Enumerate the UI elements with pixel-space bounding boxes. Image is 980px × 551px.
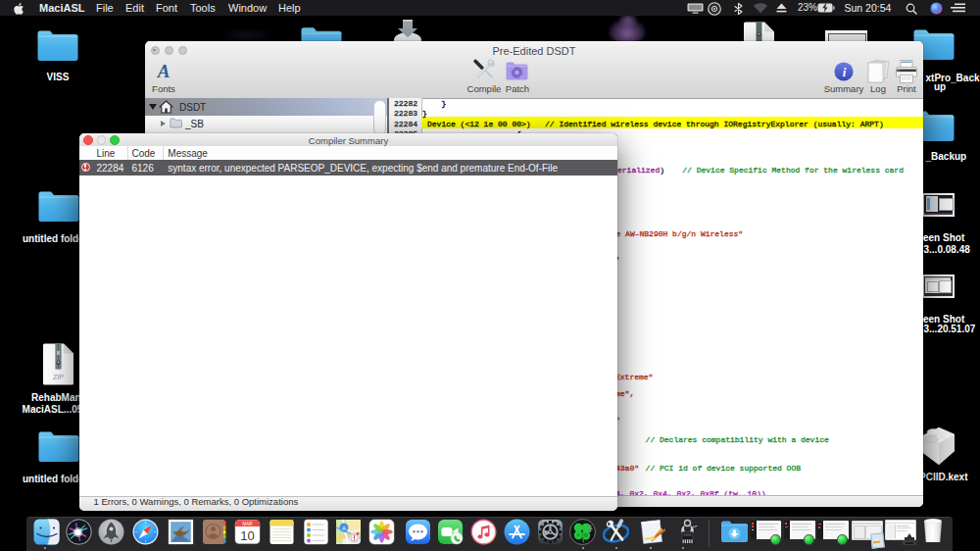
svg-text:MAR: MAR bbox=[243, 521, 254, 526]
svg-text:A: A bbox=[342, 525, 346, 530]
svg-text:ZIP: ZIP bbox=[53, 374, 64, 380]
svg-text:i: i bbox=[842, 65, 846, 79]
svg-text:10: 10 bbox=[240, 527, 254, 542]
